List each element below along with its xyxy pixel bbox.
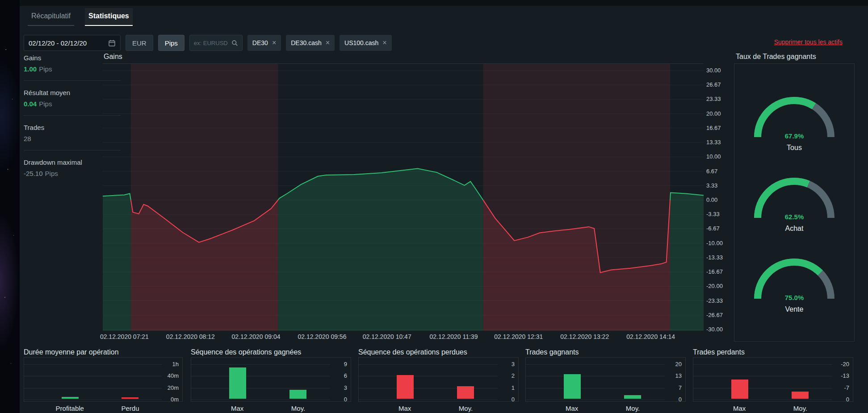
asset-chip-us100cash[interactable]: US100.cash × (340, 35, 392, 51)
y-tick-label: 6 (330, 372, 347, 379)
losing-trades-bar-chart: -20-13-70 (693, 357, 853, 402)
x-tick-label: 02.12.2020 13:22 (560, 333, 609, 340)
y-tick-label: -30.00 (706, 326, 723, 333)
gridline (526, 364, 665, 365)
gridline (693, 400, 832, 400)
y-tick-label: 6.67 (706, 168, 717, 175)
gridline (191, 388, 330, 388)
bar-profitable (62, 397, 79, 399)
gains-y-axis: 30.0026.6723.3320.0016.6713.3310.006.673… (706, 63, 731, 330)
x-tick-label: 02.12.2020 11:39 (429, 333, 478, 340)
remove-all-assets-link[interactable]: Supprimer tous les actifs (774, 38, 843, 46)
gains-area-chart (103, 64, 704, 331)
x-tick-label: 02.12.2020 12:31 (494, 333, 543, 340)
bar-label: Perdu (122, 405, 139, 412)
winrate-all-value: 67.9% (747, 132, 841, 140)
y-tick-label: 23.33 (706, 96, 721, 102)
trades-value: 28 (24, 135, 31, 142)
winrate-panel-title: Taux de Trades gagnants (736, 53, 816, 61)
winrate-buy-value: 62.5% (747, 213, 841, 221)
y-tick-label: 1h (162, 361, 179, 367)
date-range-picker[interactable] (24, 35, 121, 51)
bar-label: Max (398, 405, 411, 412)
asset-chip-de30[interactable]: DE30 × (247, 35, 281, 51)
gridline (191, 376, 330, 376)
y-tick-label: -20.00 (706, 283, 723, 289)
gridline (526, 376, 665, 376)
symbol-search[interactable] (189, 35, 243, 51)
x-tick-label: 02.12.2020 09:56 (298, 333, 346, 340)
gridline (24, 400, 162, 400)
gains-chart-title: Gains (104, 53, 122, 61)
losing-trades-x-labels: MaxMoy. (693, 402, 853, 413)
bar-label: Max (231, 405, 243, 412)
y-tick-label: 20.00 (706, 110, 721, 117)
bar-moy (289, 390, 306, 399)
drawdown-value: -25.10 (24, 170, 43, 177)
gridline (24, 376, 162, 376)
gridline (359, 364, 498, 365)
symbol-search-input[interactable] (194, 40, 229, 46)
chip-remove-icon[interactable]: × (382, 39, 386, 46)
bar-label: Max (733, 405, 746, 412)
y-tick-label: -6.67 (706, 225, 720, 232)
y-tick-label: 20m (162, 384, 179, 391)
y-tick-label: -13 (832, 372, 849, 379)
duration-x-labels: ProfitablePerdu (24, 402, 183, 413)
app-root: { "icons": {"close": "×"}, "tabs": [ {"l… (0, 0, 868, 413)
bar-label: Moy. (626, 405, 640, 412)
bar-moy (624, 395, 641, 399)
mini-chart-loss-streak: Séquence des opérations perdues 3210 Max… (358, 348, 519, 413)
y-tick-label: 3 (330, 384, 347, 391)
date-range-input[interactable] (29, 39, 105, 47)
y-tick-label: 30.00 (706, 67, 721, 74)
gains-x-axis: 02.12.2020 07:2102.12.2020 08:1202.12.20… (103, 333, 704, 342)
calendar-icon[interactable] (108, 39, 116, 47)
y-tick-label: 20 (665, 361, 682, 367)
y-tick-label: -20 (832, 361, 849, 367)
desktop-background (0, 0, 20, 413)
gridline (359, 388, 498, 388)
asset-chip-de30cash[interactable]: DE30.cash × (286, 35, 335, 51)
gridline (24, 364, 162, 365)
unit-pips-button[interactable]: Pips (158, 35, 185, 51)
winrate-panel: 67.9% Tous 62.5% Achat 75.0% Vente (734, 63, 855, 342)
y-tick-label: 10.00 (706, 153, 721, 160)
y-tick-label: -7 (832, 384, 849, 391)
x-tick-label: 02.12.2020 14:14 (626, 333, 675, 340)
gridline (693, 376, 832, 376)
y-tick-label: -13.33 (706, 254, 723, 261)
y-tick-label: 40m (162, 372, 179, 379)
winrate-all-label: Tous (747, 144, 841, 152)
bar-label: Moy. (459, 405, 473, 412)
gridline (24, 388, 162, 388)
gains-unit: Pips (39, 65, 52, 73)
y-tick-label: 16.67 (706, 125, 721, 131)
x-tick-label: 02.12.2020 08:12 (166, 333, 215, 340)
chip-remove-icon[interactable]: × (272, 39, 276, 46)
y-tick-label: 26.67 (706, 81, 721, 88)
tab-statistiques[interactable]: Statistiques (85, 8, 133, 26)
x-tick-label: 02.12.2020 10:47 (363, 333, 411, 340)
x-tick-label: 02.12.2020 07:21 (100, 333, 149, 340)
window-top-strip (20, 0, 868, 6)
gridline (526, 400, 665, 400)
bar-label: Moy. (291, 405, 305, 412)
avg-result-value: 0.04 (24, 100, 37, 108)
y-tick-label: -16.67 (706, 268, 723, 275)
mini-chart-duration: Durée moyenne par opération 1h40m20m0m P… (24, 348, 183, 413)
chip-remove-icon[interactable]: × (326, 39, 330, 46)
bar-moy (792, 392, 809, 399)
currency-button[interactable]: EUR (126, 35, 153, 51)
loss-streak-x-labels: MaxMoy. (358, 402, 519, 413)
tab-recapitulatif[interactable]: Récapitulatif (28, 8, 74, 26)
winrate-sell-value: 75.0% (747, 294, 841, 301)
winrate-gauge-buy: 62.5% Achat (747, 172, 841, 233)
bar-label: Profitable (56, 405, 84, 412)
winrate-gauge-all: 67.9% Tous (747, 92, 841, 152)
y-tick-label: -26.67 (706, 312, 723, 318)
gridline (693, 364, 832, 365)
gridline (191, 364, 330, 365)
y-tick-label: 13 (665, 372, 682, 379)
search-icon (231, 40, 238, 46)
